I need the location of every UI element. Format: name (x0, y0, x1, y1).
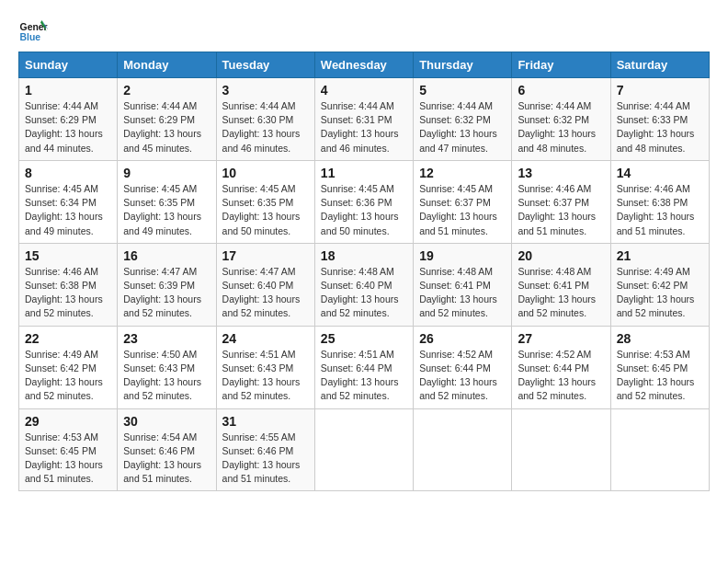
day-info: Sunrise: 4:44 AM Sunset: 6:32 PM Dayligh… (419, 99, 506, 155)
calendar-cell: 8Sunrise: 4:45 AM Sunset: 6:34 PM Daylig… (19, 160, 118, 243)
day-number: 13 (518, 166, 604, 180)
day-number: 20 (518, 248, 604, 263)
calendar-cell: 11Sunrise: 4:45 AM Sunset: 6:36 PM Dayli… (314, 160, 413, 243)
day-info: Sunrise: 4:52 AM Sunset: 6:44 PM Dayligh… (518, 348, 604, 404)
day-number: 11 (321, 166, 407, 180)
day-number: 5 (419, 83, 506, 98)
logo-icon: General Blue (18, 18, 48, 44)
calendar-cell: 25Sunrise: 4:51 AM Sunset: 6:44 PM Dayli… (314, 326, 413, 408)
day-number: 22 (25, 331, 111, 346)
day-info: Sunrise: 4:47 AM Sunset: 6:39 PM Dayligh… (123, 265, 210, 321)
day-info: Sunrise: 4:48 AM Sunset: 6:41 PM Dayligh… (419, 265, 506, 321)
calendar-cell: 6Sunrise: 4:44 AM Sunset: 6:32 PM Daylig… (512, 78, 610, 161)
day-number: 4 (321, 83, 407, 98)
weekday-header-row: SundayMondayTuesdayWednesdayThursdayFrid… (19, 52, 710, 78)
calendar-cell (512, 408, 610, 491)
day-info: Sunrise: 4:44 AM Sunset: 6:29 PM Dayligh… (25, 99, 111, 155)
weekday-wednesday: Wednesday (314, 52, 413, 78)
day-number: 10 (222, 166, 309, 180)
day-info: Sunrise: 4:45 AM Sunset: 6:36 PM Dayligh… (321, 182, 407, 238)
weekday-saturday: Saturday (610, 52, 709, 78)
calendar-cell: 2Sunrise: 4:44 AM Sunset: 6:29 PM Daylig… (118, 78, 216, 161)
day-number: 7 (617, 83, 703, 98)
day-info: Sunrise: 4:44 AM Sunset: 6:29 PM Dayligh… (123, 99, 210, 155)
calendar-header: SundayMondayTuesdayWednesdayThursdayFrid… (19, 52, 710, 78)
calendar-body: 1Sunrise: 4:44 AM Sunset: 6:29 PM Daylig… (19, 78, 710, 491)
weekday-friday: Friday (512, 52, 610, 78)
day-info: Sunrise: 4:55 AM Sunset: 6:46 PM Dayligh… (222, 431, 309, 487)
weekday-sunday: Sunday (19, 52, 118, 78)
day-number: 18 (321, 248, 407, 263)
calendar-cell: 1Sunrise: 4:44 AM Sunset: 6:29 PM Daylig… (19, 78, 118, 161)
day-number: 14 (617, 166, 703, 180)
calendar-cell: 28Sunrise: 4:53 AM Sunset: 6:45 PM Dayli… (610, 326, 709, 408)
day-number: 24 (222, 331, 309, 346)
day-number: 31 (222, 414, 309, 429)
weekday-thursday: Thursday (414, 52, 512, 78)
calendar-cell: 10Sunrise: 4:45 AM Sunset: 6:35 PM Dayli… (216, 160, 314, 243)
calendar-cell: 12Sunrise: 4:45 AM Sunset: 6:37 PM Dayli… (414, 160, 512, 243)
calendar-week-2: 8Sunrise: 4:45 AM Sunset: 6:34 PM Daylig… (19, 160, 710, 243)
day-info: Sunrise: 4:48 AM Sunset: 6:41 PM Dayligh… (518, 265, 604, 321)
calendar-cell: 27Sunrise: 4:52 AM Sunset: 6:44 PM Dayli… (512, 326, 610, 408)
day-number: 19 (419, 248, 506, 263)
weekday-tuesday: Tuesday (216, 52, 314, 78)
day-number: 17 (222, 248, 309, 263)
day-info: Sunrise: 4:46 AM Sunset: 6:37 PM Dayligh… (518, 182, 604, 238)
day-info: Sunrise: 4:44 AM Sunset: 6:33 PM Dayligh… (617, 99, 703, 155)
calendar-week-4: 22Sunrise: 4:49 AM Sunset: 6:42 PM Dayli… (19, 326, 710, 408)
day-info: Sunrise: 4:49 AM Sunset: 6:42 PM Dayligh… (617, 265, 703, 321)
day-number: 9 (123, 166, 210, 180)
calendar-cell (610, 408, 709, 491)
calendar-cell: 30Sunrise: 4:54 AM Sunset: 6:46 PM Dayli… (118, 408, 216, 491)
calendar-cell: 7Sunrise: 4:44 AM Sunset: 6:33 PM Daylig… (610, 78, 709, 161)
day-number: 21 (617, 248, 703, 263)
calendar-cell: 3Sunrise: 4:44 AM Sunset: 6:30 PM Daylig… (216, 78, 314, 161)
day-number: 15 (25, 248, 111, 263)
weekday-monday: Monday (118, 52, 216, 78)
day-info: Sunrise: 4:50 AM Sunset: 6:43 PM Dayligh… (123, 348, 210, 404)
day-number: 6 (518, 83, 604, 98)
day-number: 8 (25, 166, 111, 180)
day-info: Sunrise: 4:44 AM Sunset: 6:31 PM Dayligh… (321, 99, 407, 155)
calendar-cell: 21Sunrise: 4:49 AM Sunset: 6:42 PM Dayli… (610, 243, 709, 326)
calendar-cell: 4Sunrise: 4:44 AM Sunset: 6:31 PM Daylig… (314, 78, 413, 161)
calendar-cell: 16Sunrise: 4:47 AM Sunset: 6:39 PM Dayli… (118, 243, 216, 326)
calendar-week-1: 1Sunrise: 4:44 AM Sunset: 6:29 PM Daylig… (19, 78, 710, 161)
day-info: Sunrise: 4:51 AM Sunset: 6:43 PM Dayligh… (222, 348, 309, 404)
day-info: Sunrise: 4:44 AM Sunset: 6:32 PM Dayligh… (518, 99, 604, 155)
day-info: Sunrise: 4:52 AM Sunset: 6:44 PM Dayligh… (419, 348, 506, 404)
day-number: 25 (321, 331, 407, 346)
day-info: Sunrise: 4:54 AM Sunset: 6:46 PM Dayligh… (123, 431, 210, 487)
calendar-cell: 17Sunrise: 4:47 AM Sunset: 6:40 PM Dayli… (216, 243, 314, 326)
day-info: Sunrise: 4:51 AM Sunset: 6:44 PM Dayligh… (321, 348, 407, 404)
calendar-cell: 5Sunrise: 4:44 AM Sunset: 6:32 PM Daylig… (414, 78, 512, 161)
calendar-cell: 24Sunrise: 4:51 AM Sunset: 6:43 PM Dayli… (216, 326, 314, 408)
calendar-week-5: 29Sunrise: 4:53 AM Sunset: 6:45 PM Dayli… (19, 408, 710, 491)
day-info: Sunrise: 4:46 AM Sunset: 6:38 PM Dayligh… (25, 265, 111, 321)
calendar-cell: 31Sunrise: 4:55 AM Sunset: 6:46 PM Dayli… (216, 408, 314, 491)
calendar-cell: 13Sunrise: 4:46 AM Sunset: 6:37 PM Dayli… (512, 160, 610, 243)
day-info: Sunrise: 4:45 AM Sunset: 6:34 PM Dayligh… (25, 182, 111, 238)
day-number: 26 (419, 331, 506, 346)
day-info: Sunrise: 4:53 AM Sunset: 6:45 PM Dayligh… (25, 431, 111, 487)
calendar-cell: 22Sunrise: 4:49 AM Sunset: 6:42 PM Dayli… (19, 326, 118, 408)
day-number: 28 (617, 331, 703, 346)
day-info: Sunrise: 4:44 AM Sunset: 6:30 PM Dayligh… (222, 99, 309, 155)
calendar-cell: 18Sunrise: 4:48 AM Sunset: 6:40 PM Dayli… (314, 243, 413, 326)
svg-text:Blue: Blue (20, 32, 41, 42)
calendar-cell (414, 408, 512, 491)
calendar-cell: 23Sunrise: 4:50 AM Sunset: 6:43 PM Dayli… (118, 326, 216, 408)
day-info: Sunrise: 4:48 AM Sunset: 6:40 PM Dayligh… (321, 265, 407, 321)
day-info: Sunrise: 4:53 AM Sunset: 6:45 PM Dayligh… (617, 348, 703, 404)
calendar-cell: 9Sunrise: 4:45 AM Sunset: 6:35 PM Daylig… (118, 160, 216, 243)
day-number: 3 (222, 83, 309, 98)
day-info: Sunrise: 4:45 AM Sunset: 6:35 PM Dayligh… (123, 182, 210, 238)
calendar-cell: 26Sunrise: 4:52 AM Sunset: 6:44 PM Dayli… (414, 326, 512, 408)
day-number: 30 (123, 414, 210, 429)
day-number: 29 (25, 414, 111, 429)
calendar-table: SundayMondayTuesdayWednesdayThursdayFrid… (18, 52, 710, 491)
page-header: General Blue (18, 18, 710, 44)
day-number: 16 (123, 248, 210, 263)
day-number: 12 (419, 166, 506, 180)
